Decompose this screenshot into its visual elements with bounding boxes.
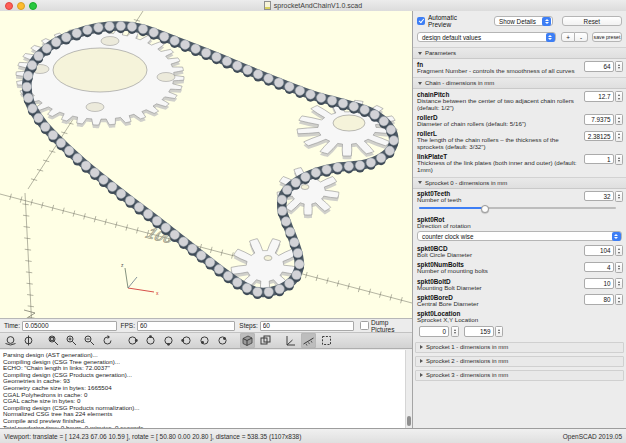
section-sprocket1-collapsed[interactable]: Sprocket 1 - dimensions in mm	[415, 342, 624, 353]
spkt0Location-y-field[interactable]: 159	[464, 326, 494, 337]
save-preset-button[interactable]: save preset	[592, 32, 622, 42]
chainPitch-stepper[interactable]	[615, 91, 623, 102]
spkt0NumBolts-value-field[interactable]: 4	[584, 262, 614, 273]
zoom-in-icon[interactable]	[64, 333, 79, 348]
steps-input[interactable]	[260, 321, 355, 331]
time-label: Time:	[4, 322, 20, 329]
console-scrollbar-thumb[interactable]	[407, 416, 411, 426]
linkPlateT-value-field[interactable]: 1	[584, 154, 614, 165]
fps-label: FPS:	[121, 322, 135, 329]
spkt0BoreD-stepper[interactable]	[615, 294, 623, 305]
view-bottom-icon[interactable]	[161, 333, 176, 348]
section-sprocket0[interactable]: Sprocket 0 - dimensions in mm	[413, 177, 626, 189]
param-linkPlateT: linkPlateT Thickness of the link plates …	[413, 152, 626, 175]
spkt0Rot-dropdown[interactable]: counter clock wise	[417, 231, 622, 241]
orthogonal-icon[interactable]	[258, 333, 273, 348]
spkt0NumBolts-stepper[interactable]	[615, 262, 623, 273]
rollerD-stepper[interactable]	[615, 114, 623, 125]
openscad-window: sprocketAndChainV1.0.scad 100xz Time: FP…	[0, 0, 626, 443]
steps-label: Steps:	[239, 322, 257, 329]
spkt0Location-y-stepper[interactable]	[495, 326, 503, 337]
view-all-icon[interactable]	[3, 333, 18, 348]
param-fn: fn Fragment Number - controls the smooth…	[413, 59, 626, 75]
fps-input[interactable]	[137, 321, 235, 331]
collapse-triangle-icon	[418, 82, 422, 85]
detail-level-value: Show Details	[495, 18, 542, 25]
spkt0BCD-value-field[interactable]: 104	[584, 245, 614, 256]
automatic-preview-checkbox[interactable]	[417, 17, 425, 25]
remove-preset-button[interactable]: -	[575, 32, 588, 42]
bolt-hole	[101, 37, 119, 46]
spkt0BCD-stepper[interactable]	[615, 245, 623, 256]
detail-level-dropdown[interactable]: Show Details	[494, 16, 553, 26]
param-desc: Number of teeth	[417, 197, 577, 204]
window-title: sprocketAndChainV1.0.scad	[274, 2, 362, 9]
spkt0Location-fields: 0 159	[413, 325, 626, 339]
section-chain[interactable]: Chain - dimensions in mm	[413, 77, 626, 89]
spkt0Location-x-field[interactable]: 0	[419, 326, 449, 337]
view-left-icon[interactable]	[179, 333, 194, 348]
rollerL-value-field[interactable]: 2.38125	[584, 131, 614, 142]
slider-thumb[interactable]	[481, 205, 489, 213]
expand-triangle-icon	[420, 345, 423, 349]
fn-value-field[interactable]: 64	[584, 61, 614, 72]
section-parameters[interactable]: Parameters	[413, 47, 626, 59]
spkt0Teeth-value-field[interactable]: 32	[584, 191, 614, 202]
view-top-icon[interactable]	[143, 333, 158, 348]
viewport-3d[interactable]: 100xz	[0, 11, 412, 319]
section-sprocket3-label: Sprocket 3 - dimensions in mm	[426, 372, 508, 378]
rollerL-stepper[interactable]	[615, 131, 623, 142]
section-sprocket2-collapsed[interactable]: Sprocket 2 - dimensions in mm	[415, 356, 624, 367]
linkPlateT-stepper[interactable]	[615, 154, 623, 165]
view-area-icon[interactable]	[319, 333, 334, 348]
statusbar: Viewport: translate = [ 124.23 67.06 10.…	[0, 428, 626, 443]
show-scale-markers-icon[interactable]	[301, 333, 316, 348]
rollerD-value-field[interactable]: 7.9375	[584, 114, 614, 125]
view-center-icon[interactable]	[21, 333, 36, 348]
fn-stepper[interactable]	[615, 61, 623, 72]
spkt0BoreD-value-field[interactable]: 80	[584, 294, 614, 305]
view-right-icon[interactable]	[125, 333, 140, 348]
view-toolbar	[0, 332, 412, 349]
spkt0Location-x-stepper[interactable]	[451, 326, 459, 337]
param-desc: Thickness of the link plates (both inner…	[417, 160, 577, 174]
param-desc: Bolt Circle Diameter	[417, 252, 577, 259]
reset-view-icon[interactable]	[100, 333, 115, 348]
spkt0BoltD-stepper[interactable]	[615, 278, 623, 289]
view-back-icon[interactable]	[215, 333, 230, 348]
zoom-to-fit-icon[interactable]	[46, 333, 61, 348]
section-sprocket3-collapsed[interactable]: Sprocket 3 - dimensions in mm	[415, 370, 624, 381]
console[interactable]: Parsing design (AST generation)...Compil…	[0, 350, 412, 428]
perspective-icon[interactable]	[240, 333, 255, 348]
param-desc: Fragment Number - controls the smoothnes…	[417, 68, 577, 75]
param-spkt0NumBolts: spkt0NumBolts Number of mounting bolts 4	[413, 260, 626, 276]
view-front-icon[interactable]	[197, 333, 212, 348]
spkt0BoltD-value-field[interactable]: 10	[584, 278, 614, 289]
spkt0Teeth-slider[interactable]	[419, 204, 616, 212]
spkt0Teeth-stepper[interactable]	[615, 191, 623, 202]
reset-button[interactable]: Reset	[562, 16, 622, 26]
left-column: 100xz Time: FPS: Steps: Dump Pictures Pa…	[0, 11, 412, 428]
section-parameters-label: Parameters	[425, 50, 456, 56]
add-preset-button[interactable]: +	[561, 32, 575, 42]
chainPitch-value-field[interactable]: 12.7	[584, 91, 614, 102]
automatic-preview-label: Automatic Preview	[428, 14, 477, 28]
param-spkt0Teeth: spkt0Teeth Number of teeth 32	[413, 189, 626, 214]
dropdown-arrows-icon	[612, 232, 621, 241]
bore-hole	[53, 48, 147, 92]
section-sprocket1-label: Sprocket 1 - dimensions in mm	[426, 344, 508, 350]
dump-pictures-checkbox[interactable]	[360, 321, 369, 330]
param-spkt0BCD: spkt0BCD Bolt Circle Diameter 104	[413, 243, 626, 259]
console-scrollbar[interactable]	[405, 350, 412, 428]
spkt0Rot-value: counter clock wise	[418, 233, 611, 240]
version-label: OpenSCAD 2019.05	[563, 433, 622, 440]
zoom-out-icon[interactable]	[82, 333, 97, 348]
preset-dropdown[interactable]: design default values	[417, 32, 556, 42]
bolt-hole	[157, 73, 175, 82]
time-input[interactable]	[22, 321, 117, 331]
expand-triangle-icon	[420, 373, 423, 377]
bore-hole	[301, 185, 309, 190]
param-spkt0Rot: spkt0Rot Direction of rotation	[413, 214, 626, 230]
show-axes-icon[interactable]	[283, 333, 298, 348]
document-icon	[264, 1, 271, 10]
